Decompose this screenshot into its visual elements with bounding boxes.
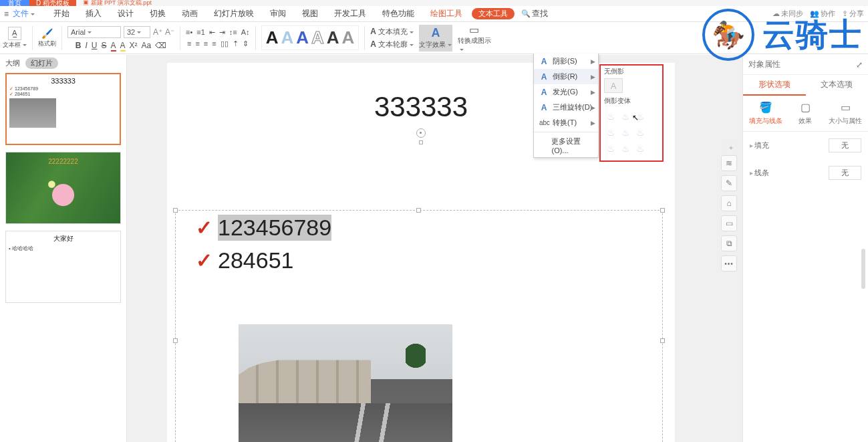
menu-file[interactable]: 文件 <box>13 8 35 19</box>
highlight-button[interactable]: A <box>120 41 126 50</box>
prop-fill-value[interactable]: 无 <box>829 138 861 152</box>
reflection-variant-7[interactable]: ♨ <box>605 142 616 154</box>
tab-template[interactable]: D 稻壳模板 <box>29 0 76 6</box>
menu-dev[interactable]: 开发工具 <box>334 8 366 19</box>
underline-button[interactable]: U <box>92 41 98 50</box>
side-pen-button[interactable]: ✎ <box>721 175 737 191</box>
tab-shape-options[interactable]: 形状选项 <box>743 75 806 96</box>
wordart-style-1[interactable]: A <box>266 27 279 48</box>
wordart-style-6[interactable]: A <box>342 27 355 48</box>
search-button[interactable]: 🔍查找 <box>521 8 548 19</box>
reflection-variant-4[interactable]: ♨ <box>605 126 616 138</box>
change-case-button[interactable]: Aa <box>142 41 152 50</box>
menu-transform[interactable]: abc转换(T)▶ <box>534 115 598 130</box>
menu-more-settings[interactable]: 更多设置(O)... <box>534 134 598 157</box>
collapse-icon[interactable]: ⤢ <box>856 60 863 70</box>
menu-slideshow[interactable]: 幻灯片放映 <box>214 8 254 19</box>
menu-animation[interactable]: 动画 <box>182 8 198 19</box>
columns-button[interactable]: ▯▯ <box>221 39 229 48</box>
indent-inc-button[interactable]: ⇥ <box>219 28 225 37</box>
reflection-variant-6[interactable]: ♨ <box>635 126 645 138</box>
convert-to-shape-button[interactable]: ▭ 转换成图示 <box>458 25 491 51</box>
tab-outline[interactable]: 大纲 <box>5 58 20 68</box>
align-top-button[interactable]: ⇡ <box>233 39 239 48</box>
menu-drawing-tools[interactable]: 绘图工具 <box>430 8 462 19</box>
wordart-style-5[interactable]: A <box>327 27 339 48</box>
subtab-fill-line[interactable]: 🪣填充与线条 <box>749 101 782 126</box>
menu-view[interactable]: 视图 <box>302 8 318 19</box>
content-image[interactable] <box>239 324 452 442</box>
content-placeholder[interactable]: ✓ 123456789 ✓ 284651 <box>175 210 663 442</box>
tab-slides[interactable]: 幻灯片 <box>25 58 58 69</box>
menu-shadow[interactable]: A阴影(S)▶ <box>534 53 598 69</box>
subtab-effect[interactable]: ▢效果 <box>788 101 822 126</box>
align-center-button[interactable]: ≡ <box>195 39 199 48</box>
italic-button[interactable]: I <box>85 41 87 50</box>
reflection-variant-1[interactable]: ♨ <box>605 110 616 122</box>
menu-transition[interactable]: 切换 <box>150 8 166 19</box>
align-middle-button[interactable]: ⇕ <box>243 39 249 48</box>
format-brush-button[interactable]: 🖌️ 格式刷 <box>38 28 56 48</box>
line-spacing-button[interactable]: ↕≡ <box>229 28 237 37</box>
handle-mr[interactable] <box>660 338 665 343</box>
align-left-button[interactable]: ≡ <box>187 39 191 48</box>
indent-dec-button[interactable]: ⇤ <box>209 28 215 37</box>
tab-home[interactable]: 首页 <box>0 0 29 6</box>
no-reflection-option[interactable]: A <box>604 78 623 93</box>
handle-tl[interactable] <box>173 208 178 213</box>
align-right-button[interactable]: ≡ <box>204 39 208 48</box>
hamburger-icon[interactable]: ≡ <box>4 9 9 19</box>
text-fill-button[interactable]: A文本填充 <box>370 27 414 37</box>
menu-reflection[interactable]: A倒影(R)▶ <box>534 69 598 84</box>
strike-button[interactable]: S <box>101 41 106 50</box>
clear-format-button[interactable]: ⌫ <box>155 41 166 50</box>
reflection-variant-9[interactable]: ♨ <box>635 142 645 154</box>
text-effect-button[interactable]: A 文字效果 <box>419 25 452 51</box>
font-color-button[interactable]: A <box>111 41 116 50</box>
subtab-size[interactable]: ▭大小与属性 <box>829 101 862 126</box>
grow-font-button[interactable]: A⁺ <box>153 27 162 37</box>
wordart-style-2[interactable]: A <box>281 27 293 48</box>
content-bullet-1[interactable]: ✓ 123456789 <box>196 215 662 241</box>
numbering-button[interactable]: ≡1 <box>196 28 205 37</box>
wordart-style-3[interactable]: A <box>296 27 309 48</box>
reflection-variant-5[interactable]: ♨ <box>620 126 631 138</box>
top-handle[interactable] <box>419 140 423 144</box>
reflection-variant-8[interactable]: ♨ <box>620 142 631 154</box>
handle-tm[interactable] <box>416 208 421 213</box>
side-slide-button[interactable]: ▭ <box>721 215 737 231</box>
bold-button[interactable]: B <box>76 41 82 50</box>
tab-text-options[interactable]: 文本选项 <box>806 75 869 96</box>
superscript-button[interactable]: X² <box>130 41 138 50</box>
menu-design[interactable]: 设计 <box>118 8 134 19</box>
handle-tr[interactable] <box>660 208 665 213</box>
rotation-handle[interactable] <box>416 128 426 138</box>
reflection-variant-2[interactable]: ♨ <box>620 110 631 122</box>
menu-special[interactable]: 特色功能 <box>382 8 414 19</box>
slide-thumb-3[interactable]: 大家好 • 哈哈哈哈 <box>5 231 121 303</box>
align-justify-button[interactable]: ≡ <box>212 39 216 48</box>
menu-glow[interactable]: A发光(G)▶ <box>534 84 598 100</box>
menu-3d-rotate[interactable]: A三维旋转(D)▶ <box>534 100 598 115</box>
slide-thumb-2[interactable]: 22222222 <box>5 152 121 224</box>
slide-thumb-1[interactable]: 333333 123456789 284651 <box>5 73 121 145</box>
textbox-button[interactable]: A̲ 文本框 <box>3 27 27 49</box>
zoom-in-button[interactable]: ＋ <box>726 142 736 153</box>
font-name-select[interactable]: Arial <box>67 26 121 38</box>
menu-start[interactable]: 开始 <box>53 8 69 19</box>
prop-line-value[interactable]: 无 <box>829 166 861 180</box>
content-bullet-2[interactable]: ✓ 284651 <box>196 247 662 273</box>
side-layers-button[interactable]: ≋ <box>721 155 737 171</box>
pane-scrollbar[interactable] <box>861 249 865 289</box>
side-home-button[interactable]: ⌂ <box>721 195 737 211</box>
prop-line-row[interactable]: ▸线条 无 <box>743 159 868 187</box>
menu-text-tools[interactable]: 文本工具 <box>472 8 515 19</box>
side-arrange-button[interactable]: ⧉ <box>721 235 737 251</box>
font-size-select[interactable]: 32 <box>124 26 150 38</box>
wordart-gallery[interactable]: A A A A A A <box>261 25 359 50</box>
wordart-style-4[interactable]: A <box>311 27 324 48</box>
tab-document[interactable]: ▣ 新建 PPT 演示文稿.ppt <box>76 0 158 7</box>
bullets-button[interactable]: ≡• <box>186 28 192 37</box>
text-direction-button[interactable]: A↕ <box>241 28 250 37</box>
side-more-button[interactable]: ••• <box>721 255 737 271</box>
